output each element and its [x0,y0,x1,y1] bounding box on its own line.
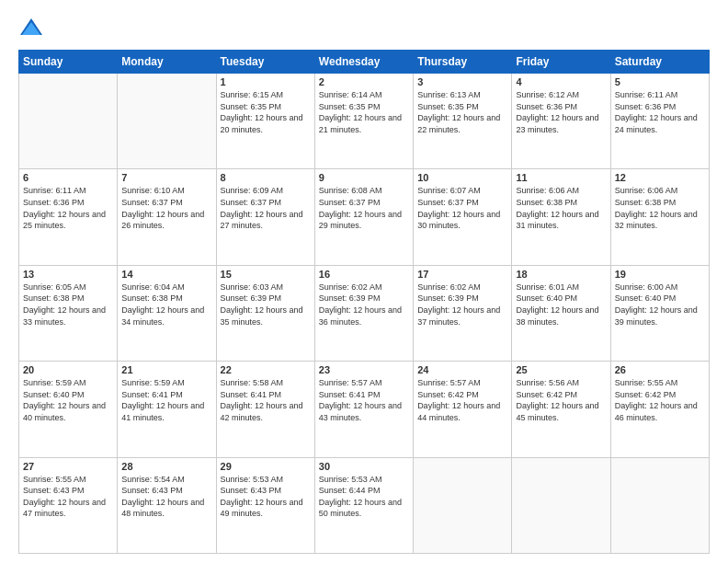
day-number: 13 [23,269,113,280]
day-info: Sunrise: 5:55 AM Sunset: 6:42 PM Dayligh… [615,377,705,423]
calendar-body: 1Sunrise: 6:15 AM Sunset: 6:35 PM Daylig… [19,74,710,554]
day-number: 9 [319,172,409,183]
day-cell: 15Sunrise: 6:03 AM Sunset: 6:39 PM Dayli… [216,265,314,361]
day-info: Sunrise: 6:06 AM Sunset: 6:38 PM Dayligh… [615,185,705,231]
day-info: Sunrise: 5:55 AM Sunset: 6:43 PM Dayligh… [23,474,113,520]
day-cell: 27Sunrise: 5:55 AM Sunset: 6:43 PM Dayli… [19,457,118,553]
day-cell [19,74,118,169]
day-number: 15 [221,269,311,280]
day-number: 28 [121,461,211,472]
col-header-friday: Friday [512,51,610,74]
day-number: 5 [615,76,705,87]
day-number: 27 [23,461,113,472]
day-cell: 28Sunrise: 5:54 AM Sunset: 6:43 PM Dayli… [118,457,216,553]
day-cell: 30Sunrise: 5:53 AM Sunset: 6:44 PM Dayli… [314,457,413,553]
day-info: Sunrise: 5:53 AM Sunset: 6:43 PM Dayligh… [221,474,311,520]
day-info: Sunrise: 6:14 AM Sunset: 6:35 PM Dayligh… [319,89,409,135]
day-info: Sunrise: 5:53 AM Sunset: 6:44 PM Dayligh… [319,474,409,520]
day-number: 3 [417,76,507,87]
day-info: Sunrise: 6:05 AM Sunset: 6:38 PM Dayligh… [23,282,113,327]
week-row-5: 27Sunrise: 5:55 AM Sunset: 6:43 PM Dayli… [19,457,710,553]
day-number: 20 [23,364,113,375]
day-info: Sunrise: 5:58 AM Sunset: 6:41 PM Dayligh… [221,377,311,423]
day-cell: 4Sunrise: 6:12 AM Sunset: 6:36 PM Daylig… [512,74,610,169]
day-info: Sunrise: 6:11 AM Sunset: 6:36 PM Dayligh… [615,89,705,135]
day-number: 24 [417,364,507,375]
logo-icon [18,15,44,40]
day-cell [118,74,216,169]
day-info: Sunrise: 6:02 AM Sunset: 6:39 PM Dayligh… [417,282,507,327]
col-header-wednesday: Wednesday [314,51,413,74]
day-info: Sunrise: 6:10 AM Sunset: 6:37 PM Dayligh… [121,185,211,231]
day-number: 17 [417,269,507,280]
day-cell: 17Sunrise: 6:02 AM Sunset: 6:39 PM Dayli… [414,265,512,361]
calendar-table: SundayMondayTuesdayWednesdayThursdayFrid… [18,50,710,554]
day-number: 2 [319,76,409,87]
day-info: Sunrise: 6:11 AM Sunset: 6:36 PM Dayligh… [23,185,113,231]
day-cell: 10Sunrise: 6:07 AM Sunset: 6:37 PM Dayli… [414,169,512,265]
day-cell [414,457,512,553]
day-cell: 12Sunrise: 6:06 AM Sunset: 6:38 PM Dayli… [610,169,709,265]
day-info: Sunrise: 5:59 AM Sunset: 6:40 PM Dayligh… [23,377,113,423]
page: SundayMondayTuesdayWednesdayThursdayFrid… [0,0,728,563]
week-row-1: 1Sunrise: 6:15 AM Sunset: 6:35 PM Daylig… [19,74,710,169]
day-info: Sunrise: 6:03 AM Sunset: 6:39 PM Dayligh… [221,282,311,327]
day-cell: 18Sunrise: 6:01 AM Sunset: 6:40 PM Dayli… [512,265,610,361]
day-info: Sunrise: 6:09 AM Sunset: 6:37 PM Dayligh… [221,185,311,231]
day-info: Sunrise: 6:08 AM Sunset: 6:37 PM Dayligh… [319,185,409,231]
week-row-3: 13Sunrise: 6:05 AM Sunset: 6:38 PM Dayli… [19,265,710,361]
day-cell: 22Sunrise: 5:58 AM Sunset: 6:41 PM Dayli… [216,362,314,457]
day-cell: 13Sunrise: 6:05 AM Sunset: 6:38 PM Dayli… [19,265,118,361]
day-cell: 24Sunrise: 5:57 AM Sunset: 6:42 PM Dayli… [414,362,512,457]
day-number: 16 [319,269,409,280]
day-number: 12 [615,172,705,183]
day-number: 30 [319,461,409,472]
day-cell: 25Sunrise: 5:56 AM Sunset: 6:42 PM Dayli… [512,362,610,457]
day-cell: 23Sunrise: 5:57 AM Sunset: 6:41 PM Dayli… [314,362,413,457]
day-cell: 1Sunrise: 6:15 AM Sunset: 6:35 PM Daylig… [216,74,314,169]
day-cell: 9Sunrise: 6:08 AM Sunset: 6:37 PM Daylig… [314,169,413,265]
day-cell: 21Sunrise: 5:59 AM Sunset: 6:41 PM Dayli… [118,362,216,457]
day-number: 29 [221,461,311,472]
day-info: Sunrise: 6:07 AM Sunset: 6:37 PM Dayligh… [417,185,507,231]
day-info: Sunrise: 6:06 AM Sunset: 6:38 PM Dayligh… [516,185,606,231]
col-header-saturday: Saturday [610,51,709,74]
day-cell: 16Sunrise: 6:02 AM Sunset: 6:39 PM Dayli… [314,265,413,361]
day-number: 6 [23,172,113,183]
day-info: Sunrise: 6:01 AM Sunset: 6:40 PM Dayligh… [516,282,606,327]
day-cell: 5Sunrise: 6:11 AM Sunset: 6:36 PM Daylig… [610,74,709,169]
col-header-sunday: Sunday [19,51,118,74]
day-number: 10 [417,172,507,183]
day-info: Sunrise: 5:56 AM Sunset: 6:42 PM Dayligh… [516,377,606,423]
day-cell [512,457,610,553]
day-number: 26 [615,364,705,375]
day-number: 18 [516,269,606,280]
day-cell: 19Sunrise: 6:00 AM Sunset: 6:40 PM Dayli… [610,265,709,361]
day-info: Sunrise: 6:00 AM Sunset: 6:40 PM Dayligh… [615,282,705,327]
day-info: Sunrise: 5:57 AM Sunset: 6:42 PM Dayligh… [417,377,507,423]
header-row: SundayMondayTuesdayWednesdayThursdayFrid… [19,51,710,74]
day-number: 14 [121,269,211,280]
day-cell: 20Sunrise: 5:59 AM Sunset: 6:40 PM Dayli… [19,362,118,457]
day-cell: 6Sunrise: 6:11 AM Sunset: 6:36 PM Daylig… [19,169,118,265]
day-cell: 2Sunrise: 6:14 AM Sunset: 6:35 PM Daylig… [314,74,413,169]
day-info: Sunrise: 6:12 AM Sunset: 6:36 PM Dayligh… [516,89,606,135]
day-number: 7 [121,172,211,183]
day-info: Sunrise: 5:59 AM Sunset: 6:41 PM Dayligh… [121,377,211,423]
day-number: 19 [615,269,705,280]
day-info: Sunrise: 5:57 AM Sunset: 6:41 PM Dayligh… [319,377,409,423]
day-cell: 3Sunrise: 6:13 AM Sunset: 6:35 PM Daylig… [414,74,512,169]
day-info: Sunrise: 6:02 AM Sunset: 6:39 PM Dayligh… [319,282,409,327]
col-header-thursday: Thursday [414,51,512,74]
header [18,15,710,40]
day-number: 4 [516,76,606,87]
day-cell [610,457,709,553]
day-number: 23 [319,364,409,375]
day-cell: 29Sunrise: 5:53 AM Sunset: 6:43 PM Dayli… [216,457,314,553]
day-cell: 11Sunrise: 6:06 AM Sunset: 6:38 PM Dayli… [512,169,610,265]
day-cell: 14Sunrise: 6:04 AM Sunset: 6:38 PM Dayli… [118,265,216,361]
day-cell: 8Sunrise: 6:09 AM Sunset: 6:37 PM Daylig… [216,169,314,265]
day-cell: 7Sunrise: 6:10 AM Sunset: 6:37 PM Daylig… [118,169,216,265]
day-number: 11 [516,172,606,183]
day-info: Sunrise: 6:04 AM Sunset: 6:38 PM Dayligh… [121,282,211,327]
